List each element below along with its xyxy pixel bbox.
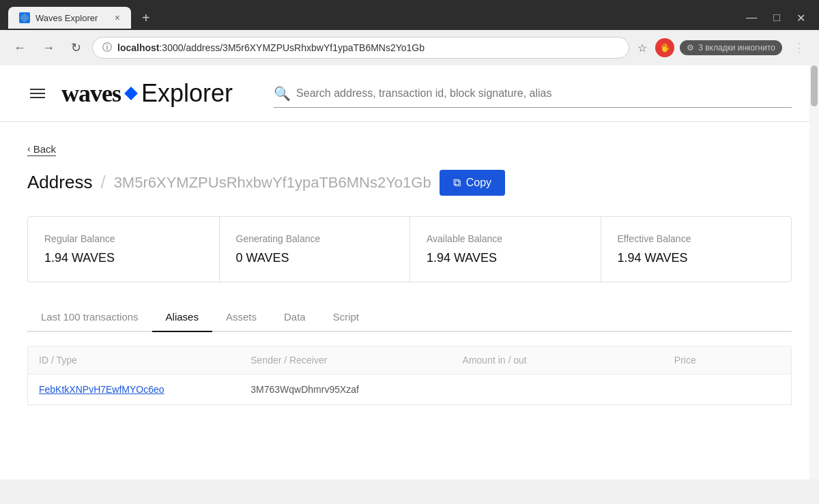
back-link[interactable]: ‹ Back <box>27 143 56 156</box>
main-content: ‹ Back Address / 3M5r6XYMZPUsRhxbwYf1ypa… <box>0 122 819 426</box>
address-section: Address / 3M5r6XYMZPUsRhxbwYf1ypaTB6MNs2… <box>27 170 792 196</box>
balance-item: Available Balance 1.94 WAVES <box>410 217 601 282</box>
balance-grid: Regular Balance 1.94 WAVES Generating Ba… <box>27 216 792 282</box>
tab-script[interactable]: Script <box>319 303 373 332</box>
logo-diamond-icon <box>124 87 138 100</box>
url-bar[interactable]: ⓘ localhost:3000/address/3M5r6XYMZPUsRhx… <box>92 37 629 59</box>
back-nav-button[interactable]: ← <box>8 38 31 58</box>
app-header: waves Explorer 🔍 <box>0 65 819 122</box>
window-controls: — □ ✕ <box>741 9 811 27</box>
incognito-indicator[interactable]: ⚙ 3 вкладки инкогнито <box>680 40 782 55</box>
search-input[interactable] <box>296 87 792 100</box>
browser-tab[interactable]: Waves Explorer × <box>8 7 131 29</box>
balance-item: Generating Balance 0 WAVES <box>219 217 410 282</box>
logo-explorer-text: Explorer <box>141 79 233 108</box>
copy-icon: ⧉ <box>453 177 461 189</box>
amount-cell <box>463 384 674 395</box>
back-chevron-icon: ‹ <box>27 143 31 154</box>
url-host: localhost <box>117 42 159 53</box>
tab-favicon <box>19 12 30 23</box>
tab-data[interactable]: Data <box>270 303 319 332</box>
close-button[interactable]: ✕ <box>791 9 811 27</box>
hamburger-line <box>30 89 45 90</box>
bookmark-button[interactable]: ☆ <box>635 39 650 57</box>
new-tab-button[interactable]: + <box>136 8 156 29</box>
page-content: waves Explorer 🔍 ‹ Back Address / 3M5r6X… <box>0 65 819 479</box>
balance-value: 1.94 WAVES <box>427 251 584 265</box>
copy-address-button[interactable]: ⧉ Copy <box>440 170 505 196</box>
minimize-button[interactable]: — <box>741 9 762 27</box>
scrollbar-thumb[interactable] <box>811 65 818 106</box>
price-cell <box>674 384 780 395</box>
back-label: Back <box>33 143 56 155</box>
table-row: FebKtkXNPvH7EwfMYOc6eo 3M763WqwDhmrv95Xz… <box>27 374 792 405</box>
balance-label: Available Balance <box>427 233 584 244</box>
maximize-button[interactable]: □ <box>768 9 786 27</box>
balance-label: Regular Balance <box>44 233 203 244</box>
balance-value: 0 WAVES <box>236 251 394 265</box>
column-header: ID / Type <box>39 355 250 366</box>
tab-title: Waves Explorer <box>35 13 98 23</box>
address-bar: ← → ↻ ⓘ localhost:3000/address/3M5r6XYMZ… <box>0 30 819 65</box>
browser-chrome: Waves Explorer × + — □ ✕ ← → ↻ ⓘ localho… <box>0 0 819 65</box>
balance-item: Effective Balance 1.94 WAVES <box>601 217 792 282</box>
tabs-section: Last 100 transactionsAliasesAssetsDataSc… <box>27 303 792 332</box>
tab-transactions[interactable]: Last 100 transactions <box>27 303 152 332</box>
hamburger-line <box>30 93 45 94</box>
copy-label: Copy <box>466 177 491 189</box>
profile-button[interactable]: 🖐 <box>655 38 674 57</box>
tabs-bar: Last 100 transactionsAliasesAssetsDataSc… <box>27 303 792 332</box>
balance-item: Regular Balance 1.94 WAVES <box>28 217 219 282</box>
scrollbar-track[interactable] <box>809 65 819 479</box>
tab-aliases[interactable]: Aliases <box>152 303 212 332</box>
address-separator: / <box>100 172 105 193</box>
tab-assets[interactable]: Assets <box>212 303 270 332</box>
sender-receiver-cell: 3M763WqwDhmrv95Xzaf <box>250 384 462 395</box>
address-label: Address <box>27 172 92 193</box>
hamburger-menu-button[interactable] <box>27 86 48 101</box>
table-body: FebKtkXNPvH7EwfMYOc6eo 3M763WqwDhmrv95Xz… <box>27 374 792 405</box>
incognito-label: 3 вкладки инкогнито <box>698 43 775 53</box>
reload-button[interactable]: ↻ <box>66 38 87 58</box>
search-icon: 🔍 <box>274 85 291 102</box>
logo: waves Explorer <box>61 79 233 108</box>
url-text: localhost:3000/address/3M5r6XYMZPUsRhxbw… <box>117 42 619 53</box>
column-header: Sender / Receiver <box>250 355 462 366</box>
browser-menu-button[interactable]: ⋮ <box>788 38 811 58</box>
balance-value: 1.94 WAVES <box>618 251 775 265</box>
forward-nav-button[interactable]: → <box>37 38 60 58</box>
column-header: Amount in / out <box>463 355 674 366</box>
column-header: Price <box>674 355 780 366</box>
transactions-table: ID / TypeSender / ReceiverAmount in / ou… <box>27 346 792 405</box>
balance-label: Effective Balance <box>618 233 775 244</box>
table-header-row: ID / TypeSender / ReceiverAmount in / ou… <box>27 346 792 374</box>
transaction-id-cell[interactable]: FebKtkXNPvH7EwfMYOc6eo <box>39 384 250 395</box>
logo-waves-text: waves <box>61 79 121 108</box>
balance-value: 1.94 WAVES <box>44 251 203 265</box>
address-value: 3M5r6XYMZPUsRhxbwYf1ypaTB6MNs2Yo1Gb <box>114 174 431 192</box>
title-bar: Waves Explorer × + — □ ✕ <box>0 0 819 30</box>
search-bar[interactable]: 🔍 <box>274 80 792 108</box>
tab-close-button[interactable]: × <box>115 12 120 23</box>
url-path: :3000/address/3M5r6XYMZPUsRhxbwYf1ypaTB6… <box>159 42 425 53</box>
balance-label: Generating Balance <box>236 233 394 244</box>
incognito-icon: ⚙ <box>687 43 694 53</box>
hamburger-line <box>30 97 45 98</box>
url-security-icon: ⓘ <box>102 42 112 54</box>
